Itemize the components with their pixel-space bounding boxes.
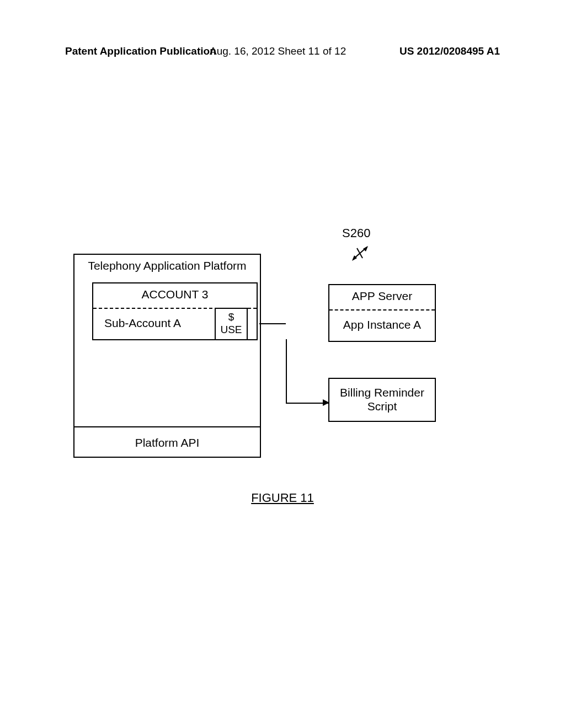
account-title: ACCOUNT 3 — [93, 288, 257, 301]
header-date-sheet: Aug. 16, 2012 Sheet 11 of 12 — [210, 45, 346, 57]
app-server-title: APP Server — [329, 290, 435, 303]
app-server-box: APP Server App Instance A — [328, 284, 436, 342]
account-box: ACCOUNT 3 Sub-Account A $ USE — [92, 282, 258, 340]
header-publication: Patent Application Publication — [65, 45, 216, 57]
app-instance-label: App Instance A — [329, 318, 435, 331]
connector-down-to-billing — [286, 339, 287, 403]
usage-dollar: $ — [216, 311, 247, 324]
svg-marker-2 — [363, 246, 368, 251]
platform-title: Telephony Application Platform — [74, 259, 260, 272]
header-patent-number: US 2012/0208495 A1 — [399, 45, 500, 57]
connector-right-to-billing — [286, 403, 328, 404]
s260-arrow-icon — [350, 243, 372, 266]
page-header: Patent Application Publication Aug. 16, … — [0, 45, 565, 57]
billing-arrowhead-icon — [323, 399, 329, 406]
usage-use: USE — [216, 324, 247, 336]
app-server-divider — [329, 309, 435, 311]
subaccount-label: Sub-Account A — [104, 317, 181, 330]
usage-box: $ USE — [215, 308, 248, 340]
svg-line-3 — [357, 248, 363, 258]
billing-reminder-box: Billing Reminder Script — [328, 378, 436, 422]
billing-line2: Script — [329, 399, 435, 413]
figure-caption: FIGURE 11 — [0, 491, 565, 505]
s260-step-label: S260 — [342, 226, 370, 240]
connector-usage-out — [259, 323, 286, 324]
telephony-platform-box: Telephony Application Platform ACCOUNT 3… — [73, 254, 261, 458]
billing-line1: Billing Reminder — [329, 386, 435, 399]
platform-api-label: Platform API — [74, 426, 260, 457]
